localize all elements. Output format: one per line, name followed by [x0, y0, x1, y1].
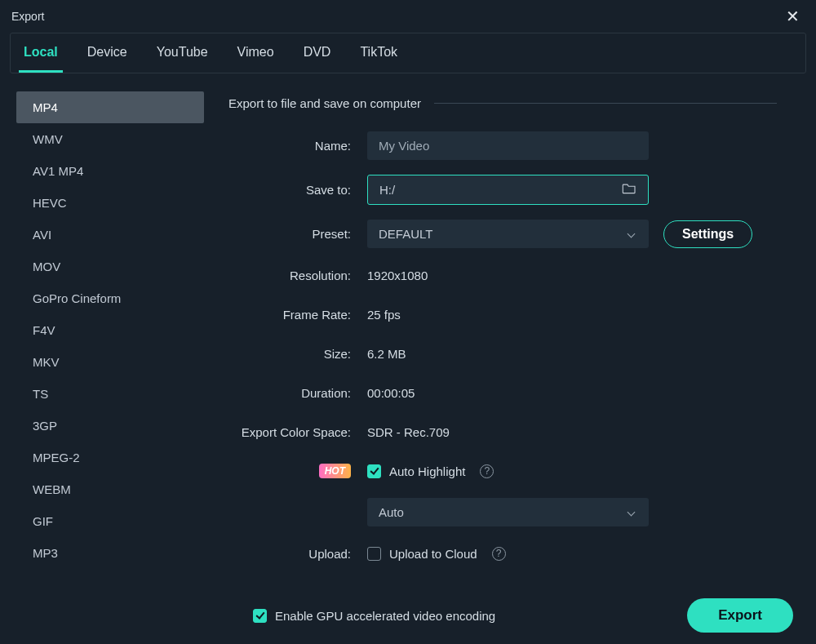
auto-highlight-select[interactable]: Auto [367, 498, 649, 526]
name-input[interactable] [367, 131, 649, 160]
label-name: Name: [228, 139, 351, 153]
format-mov[interactable]: MOV [16, 251, 204, 282]
format-3gp[interactable]: 3GP [16, 410, 204, 442]
enable-gpu-label: Enable GPU accelerated video encoding [275, 609, 495, 623]
tab-tiktok[interactable]: TikTok [355, 34, 402, 73]
format-avi[interactable]: AVI [16, 219, 204, 251]
help-icon[interactable]: ? [492, 547, 506, 561]
save-to-input[interactable]: H:/ [367, 175, 649, 205]
checkbox-icon [367, 464, 381, 478]
section-title: Export to file and save on computer [228, 96, 421, 110]
row-auto-highlight: HOT Auto Highlight ? [228, 459, 777, 483]
chevron-down-icon [628, 509, 636, 517]
format-gopro-cineform[interactable]: GoPro Cineform [16, 282, 204, 314]
format-hevc[interactable]: HEVC [16, 187, 204, 219]
frame-rate-value: 25 fps [367, 308, 401, 322]
preset-value: DEFAULT [379, 227, 432, 241]
tabs-container: Local Device YouTube Vimeo DVD TikTok [10, 33, 806, 73]
row-resolution: Resolution: 1920x1080 [228, 263, 777, 287]
tabs: Local Device YouTube Vimeo DVD TikTok [11, 33, 805, 73]
color-space-value: SDR - Rec.709 [367, 425, 450, 439]
checkbox-icon [253, 609, 267, 623]
settings-button[interactable]: Settings [663, 220, 752, 248]
folder-icon[interactable] [622, 183, 636, 197]
row-upload: Upload: Upload to Cloud ? [228, 541, 777, 566]
label-save-to: Save to: [228, 183, 351, 197]
format-av1-mp4[interactable]: AV1 MP4 [16, 155, 204, 187]
body: MP4 WMV AV1 MP4 HEVC AVI MOV GoPro Cinef… [0, 73, 816, 644]
label-color-space: Export Color Space: [228, 425, 351, 439]
label-size: Size: [228, 347, 351, 361]
format-mp3[interactable]: MP3 [16, 537, 204, 569]
label-frame-rate: Frame Rate: [228, 308, 351, 322]
format-webm[interactable]: WEBM [16, 473, 204, 505]
upload-to-cloud-label: Upload to Cloud [389, 547, 477, 561]
help-icon[interactable]: ? [480, 464, 494, 478]
section-header: Export to file and save on computer [228, 96, 777, 110]
footer: Enable GPU accelerated video encoding Ex… [204, 598, 816, 633]
export-form: Export to file and save on computer Name… [204, 82, 816, 644]
close-icon[interactable]: ✕ [781, 5, 805, 28]
auto-highlight-checkbox[interactable]: Auto Highlight [367, 464, 465, 478]
resolution-value: 1920x1080 [367, 269, 428, 282]
chevron-down-icon [628, 230, 636, 238]
size-value: 6.2 MB [367, 347, 406, 361]
row-color-space: Export Color Space: SDR - Rec.709 [228, 420, 777, 444]
row-save-to: Save to: H:/ [228, 175, 777, 205]
row-size: Size: 6.2 MB [228, 341, 777, 366]
row-duration: Duration: 00:00:05 [228, 380, 777, 405]
label-resolution: Resolution: [228, 269, 351, 282]
label-preset: Preset: [228, 227, 351, 241]
format-sidebar: MP4 WMV AV1 MP4 HEVC AVI MOV GoPro Cinef… [0, 82, 204, 644]
tab-device[interactable]: Device [82, 34, 132, 73]
format-mkv[interactable]: MKV [16, 346, 204, 378]
enable-gpu-checkbox[interactable]: Enable GPU accelerated video encoding [253, 609, 495, 623]
preset-select[interactable]: DEFAULT [367, 220, 649, 248]
tab-youtube[interactable]: YouTube [152, 34, 213, 73]
label-upload: Upload: [228, 547, 351, 561]
duration-value: 00:00:05 [367, 386, 415, 400]
format-f4v[interactable]: F4V [16, 314, 204, 346]
auto-highlight-select-value: Auto [379, 505, 404, 519]
format-ts[interactable]: TS [16, 378, 204, 410]
hot-badge: HOT [319, 464, 351, 478]
window-title: Export [11, 10, 44, 23]
tab-vimeo[interactable]: Vimeo [233, 34, 279, 73]
checkbox-icon [367, 547, 381, 561]
section-divider [434, 103, 777, 104]
row-auto-highlight-select: Auto [228, 498, 777, 526]
titlebar: Export ✕ [0, 0, 816, 33]
row-name: Name: [228, 131, 777, 160]
save-to-value: H:/ [379, 183, 395, 197]
upload-to-cloud-checkbox[interactable]: Upload to Cloud [367, 547, 477, 561]
format-gif[interactable]: GIF [16, 505, 204, 537]
format-mpeg-2[interactable]: MPEG-2 [16, 442, 204, 473]
format-mp4[interactable]: MP4 [16, 91, 204, 123]
format-wmv[interactable]: WMV [16, 123, 204, 155]
tab-dvd[interactable]: DVD [299, 34, 336, 73]
export-button[interactable]: Export [687, 598, 793, 633]
auto-highlight-label: Auto Highlight [389, 464, 465, 478]
row-preset: Preset: DEFAULT Settings [228, 220, 777, 248]
row-frame-rate: Frame Rate: 25 fps [228, 302, 777, 326]
tab-local[interactable]: Local [19, 34, 63, 73]
label-duration: Duration: [228, 386, 351, 400]
